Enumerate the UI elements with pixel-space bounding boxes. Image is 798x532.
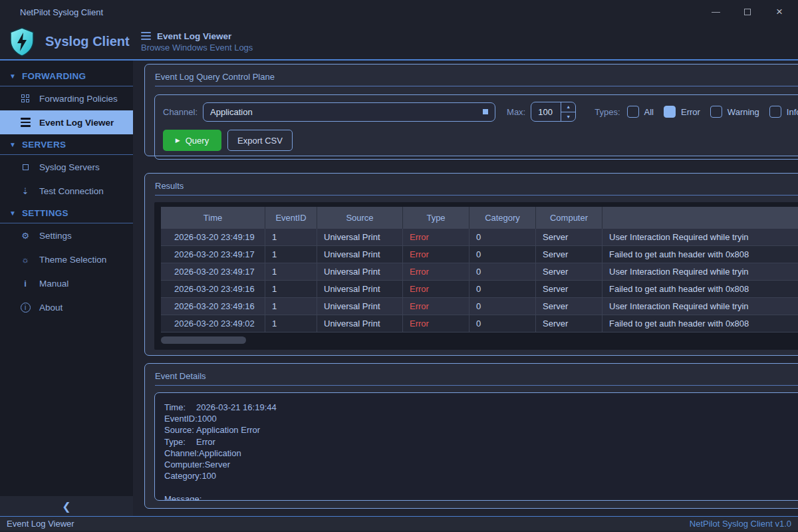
main-content: Event Log Query Control Plane Channel: A… bbox=[133, 61, 798, 516]
table-cell: 2026-03-20 23:49:16 bbox=[161, 298, 265, 315]
table-cell: Universal Print bbox=[317, 263, 403, 281]
hamburger-icon bbox=[20, 118, 31, 127]
checkbox-information[interactable]: Information bbox=[769, 106, 798, 118]
table-cell: 0 bbox=[469, 263, 536, 281]
channel-value: Application bbox=[210, 107, 253, 117]
table-cell: User Interaction Required while tryin bbox=[602, 229, 798, 246]
table-row[interactable]: 2026-03-20 23:49:191Universal PrintError… bbox=[161, 229, 798, 246]
checkbox-warning[interactable]: Warning bbox=[710, 106, 759, 118]
detail-line: Channel:Application bbox=[164, 448, 798, 459]
sidebar-item-about[interactable]: i About bbox=[0, 295, 133, 319]
table-cell: Universal Print bbox=[317, 315, 403, 332]
app-version-text: NetPilot Syslog Client v1.0 bbox=[690, 519, 791, 529]
table-cell: 2026-03-20 23:49:19 bbox=[161, 229, 265, 246]
titlebar: NetPilot Syslog Client × bbox=[0, 0, 798, 24]
table-cell: Failed to get auth header with 0x808 bbox=[602, 246, 798, 263]
table-cell: 1 bbox=[265, 298, 317, 315]
table-cell: 0 bbox=[469, 315, 536, 332]
column-header-eventid[interactable]: EventID bbox=[265, 207, 317, 229]
export-csv-button[interactable]: Export CSV bbox=[227, 130, 293, 151]
sidebar-item-theme-selection[interactable]: ☼ Theme Selection bbox=[0, 247, 133, 271]
column-header-source[interactable]: Source bbox=[317, 207, 403, 229]
table-cell: 1 bbox=[265, 246, 317, 263]
details-text-area[interactable]: Time:2026-03-21 16:19:44 EventID:1000 So… bbox=[154, 392, 798, 501]
channel-combobox[interactable]: Application bbox=[203, 102, 495, 122]
table-cell: 1 bbox=[265, 263, 317, 281]
checkbox-error[interactable]: Error bbox=[664, 106, 700, 118]
sun-icon: ☼ bbox=[20, 255, 31, 265]
spinbox-arrows[interactable]: ▲ ▼ bbox=[561, 102, 575, 121]
sidebar-item-forwarding-policies[interactable]: Forwarding Policies bbox=[0, 86, 133, 110]
sidebar-item-syslog-servers[interactable]: Syslog Servers bbox=[0, 155, 133, 179]
minimize-button[interactable] bbox=[710, 7, 721, 17]
checkbox-box bbox=[710, 106, 722, 118]
server-icon bbox=[20, 164, 31, 170]
table-cell: Failed to get auth header with 0x808 bbox=[602, 315, 798, 332]
max-spinbox[interactable]: 100 ▲ ▼ bbox=[531, 102, 576, 122]
results-title: Results bbox=[145, 174, 798, 195]
detail-line: EventID:1000 bbox=[164, 413, 798, 424]
maximize-button[interactable] bbox=[742, 7, 753, 17]
info-icon: i bbox=[20, 279, 31, 289]
column-header-category[interactable]: Category bbox=[469, 207, 536, 229]
table-cell: Server bbox=[536, 281, 602, 298]
column-header-time[interactable]: Time bbox=[161, 207, 265, 229]
table-cell: User Interaction Required while tryin bbox=[602, 263, 798, 281]
checkbox-all[interactable]: All bbox=[627, 106, 654, 118]
sidebar-item-manual[interactable]: i Manual bbox=[0, 271, 133, 295]
minimize-icon bbox=[712, 12, 720, 13]
table-row[interactable]: 2026-03-20 23:49:171Universal PrintError… bbox=[161, 263, 798, 281]
horizontal-scrollbar-thumb[interactable] bbox=[161, 336, 246, 344]
window-title: NetPilot Syslog Client bbox=[20, 7, 103, 17]
channel-label: Channel: bbox=[163, 107, 198, 117]
table-cell: Server bbox=[536, 315, 602, 332]
column-header-type[interactable]: Type bbox=[403, 207, 469, 229]
query-button[interactable]: ▶ Query bbox=[163, 130, 221, 151]
blank-line bbox=[164, 481, 798, 493]
table-row[interactable]: 2026-03-20 23:49:161Universal PrintError… bbox=[161, 298, 798, 315]
table-cell: Server bbox=[536, 298, 602, 315]
divider bbox=[155, 385, 798, 386]
max-label: Max: bbox=[507, 107, 525, 117]
sidebar-collapse-button[interactable]: ❮ bbox=[0, 496, 133, 516]
sidebar-item-test-connection[interactable]: ⇣ Test Connection bbox=[0, 179, 133, 203]
detail-line-clipped: Message: bbox=[164, 493, 798, 501]
sidebar-item-settings[interactable]: ⚙ Settings bbox=[0, 223, 133, 247]
detail-line: Type:Error bbox=[164, 436, 798, 448]
details-title: Event Details bbox=[145, 364, 798, 385]
divider bbox=[155, 86, 798, 86]
chevron-down-icon: ▼ bbox=[9, 209, 16, 217]
app-window: NetPilot Syslog Client × Syslog Client bbox=[0, 0, 798, 532]
close-button[interactable]: × bbox=[774, 7, 785, 17]
chevron-down-icon: ▼ bbox=[9, 141, 16, 148]
gear-icon: ⚙ bbox=[20, 231, 31, 241]
page-heading: Event Log Viewer Browse Windows Event Lo… bbox=[141, 31, 253, 53]
down-arrow-icon: ⇣ bbox=[20, 186, 31, 196]
type-filter-group: All Error Warning bbox=[627, 106, 798, 118]
table-row[interactable]: 2026-03-20 23:49:171Universal PrintError… bbox=[161, 246, 798, 263]
column-header-computer[interactable]: Computer bbox=[536, 207, 602, 229]
app-header: Syslog Client Event Log Viewer Browse Wi… bbox=[0, 24, 798, 61]
table-cell: Error bbox=[403, 263, 469, 281]
results-panel: Results Time EventID Source Type Categor… bbox=[144, 173, 798, 356]
max-value: 100 bbox=[531, 107, 561, 117]
table-row[interactable]: 2026-03-20 23:49:161Universal PrintError… bbox=[161, 281, 798, 298]
detail-line: Computer:Server bbox=[164, 459, 798, 470]
app-name: Syslog Client bbox=[45, 34, 130, 49]
types-label: Types: bbox=[595, 107, 620, 117]
table-cell: Universal Print bbox=[317, 298, 403, 315]
table-cell: Universal Print bbox=[317, 229, 403, 246]
sidebar-section-settings[interactable]: ▼ SETTINGS bbox=[0, 203, 133, 223]
column-header-message[interactable] bbox=[602, 207, 798, 229]
sidebar-item-event-log-viewer[interactable]: Event Log Viewer bbox=[0, 110, 133, 134]
maximize-icon bbox=[744, 9, 751, 15]
sidebar-section-forwarding[interactable]: ▼ FORWARDING bbox=[0, 66, 133, 86]
table-cell: 1 bbox=[265, 229, 317, 246]
table-cell: Server bbox=[536, 229, 602, 246]
table-row[interactable]: 2026-03-20 23:49:021Universal PrintError… bbox=[161, 315, 798, 332]
play-icon: ▶ bbox=[176, 137, 180, 144]
table-cell: 0 bbox=[469, 246, 536, 263]
sidebar-section-servers[interactable]: ▼ SERVERS bbox=[0, 134, 133, 155]
hamburger-icon bbox=[141, 32, 151, 40]
chevron-down-icon: ▼ bbox=[9, 72, 16, 80]
